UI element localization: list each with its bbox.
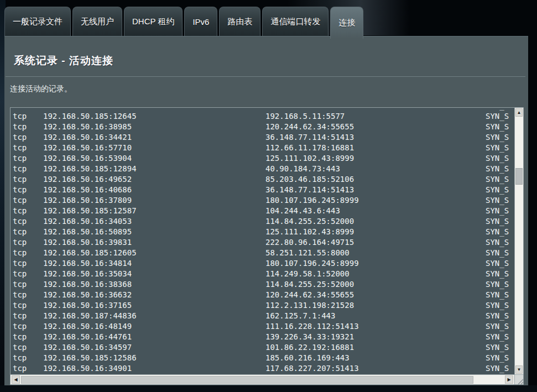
state-cell: SYN_S (486, 300, 510, 311)
connection-row: tcp 192.168.50.16:36632 120.244.62.34:55… (13, 290, 514, 300)
state-cell: SYN_S (486, 290, 510, 300)
connection-row: tcp 192.168.50.16:44761 139.226.34.33:19… (13, 332, 514, 342)
tab-label: 通信端口转发 (270, 17, 320, 27)
connections-log-box[interactable]: SYN_S tcp 192.168.50.185:12645 192.168.5… (10, 107, 524, 385)
tab-6[interactable]: 通信端口转发 (262, 7, 329, 36)
local-address-cell: 192.168.50.16:38368 (43, 279, 265, 290)
tab-label: 连接 (338, 18, 355, 28)
remote-address-cell: 162.125.7.1:443 (265, 311, 486, 321)
local-address-cell: 192.168.50.16:34053 (43, 216, 265, 227)
state-cell: SYN_S (486, 132, 510, 143)
page-description: 连接活动的记录。 (10, 84, 72, 94)
state-cell: SYN_S (486, 185, 510, 195)
state-cell: SYN_S (486, 258, 510, 269)
log-rows: SYN_S tcp 192.168.50.185:12645 192.168.5… (11, 108, 514, 374)
arrow-right-icon: ▶ (507, 378, 510, 382)
scroll-left-button[interactable]: ◀ (12, 375, 20, 384)
local-address-cell: 192.168.50.185:12894 (43, 164, 265, 174)
connection-row: tcp 192.168.50.185:12605 58.251.121.55:8… (13, 248, 514, 258)
tab-label: IPv6 (192, 17, 209, 27)
local-address-cell: 192.168.50.16:48149 (43, 321, 265, 332)
tab-bar: 一般记录文件 无线用户 DHCP 租约 IPv6 路由表 通信端口转发 连接 (4, 7, 363, 38)
state-cell: SYN_S (486, 216, 510, 227)
protocol-cell: tcp (13, 353, 43, 363)
state-cell: SYN_S (486, 153, 510, 164)
arrow-left-icon: ◀ (14, 378, 17, 382)
connection-row: tcp 192.168.50.16:37809 180.107.196.245:… (13, 195, 514, 206)
scroll-up-button[interactable]: ▲ (515, 108, 523, 117)
connection-row: tcp 192.168.50.16:38985 120.244.62.34:55… (13, 122, 514, 132)
remote-address-cell: 125.111.102.43:8999 (265, 227, 486, 237)
tab-5[interactable]: 路由表 (219, 7, 260, 36)
title-divider (6, 76, 525, 77)
tab-label: DHCP 租约 (132, 17, 174, 27)
connection-row: tcp 192.168.50.16:35034 114.249.58.1:520… (13, 269, 514, 279)
remote-address-cell: 36.148.77.114:51413 (265, 185, 486, 195)
background-bottom-strip (0, 385, 537, 392)
protocol-cell: tcp (13, 332, 43, 342)
remote-address-cell: 112.66.11.178:16881 (265, 143, 486, 153)
tab-label: 无线用户 (81, 17, 114, 27)
connection-row: tcp 192.168.50.16:34421 36.148.77.114:51… (13, 132, 514, 143)
protocol-cell: tcp (13, 363, 43, 374)
tab-1[interactable]: 一般记录文件 (4, 7, 71, 36)
state-cell: SYN_S (486, 279, 510, 290)
local-address-cell: 192.168.50.185:12605 (43, 248, 265, 258)
remote-address-cell: 58.251.121.55:8000 (265, 248, 486, 258)
protocol-cell: tcp (13, 237, 43, 248)
remote-address-cell: 85.203.46.185:52106 (265, 174, 486, 185)
local-address-cell: 192.168.50.16:34421 (43, 132, 265, 143)
tab-2[interactable]: 无线用户 (72, 7, 122, 36)
vertical-scrollbar[interactable]: ▲ ▼ (514, 108, 523, 374)
vertical-scrollbar-thumb[interactable] (515, 168, 523, 185)
protocol-cell: tcp (13, 164, 43, 174)
connection-row: tcp 192.168.50.16:34814 180.107.196.245:… (13, 258, 514, 269)
local-address-cell: 192.168.50.185:12586 (43, 353, 265, 363)
remote-address-cell: 139.226.34.33:19321 (265, 332, 486, 342)
scroll-down-button[interactable]: ▼ (515, 365, 523, 374)
connection-row: tcp 192.168.50.16:48149 111.16.228.112:5… (13, 321, 514, 332)
protocol-cell: tcp (13, 122, 43, 132)
protocol-cell: tcp (13, 248, 43, 258)
remote-address-cell: 114.84.255.25:52000 (265, 216, 486, 227)
content-panel: 系统记录 - 活动连接 连接活动的记录。 SYN_S tcp 192.168.5… (4, 36, 528, 385)
connection-row: tcp 192.168.50.185:12586 185.60.216.169:… (13, 353, 514, 363)
connection-row: tcp 192.168.50.187:44836 162.125.7.1:443… (13, 311, 514, 321)
local-address-cell: 192.168.50.16:35034 (43, 269, 265, 279)
protocol-cell: tcp (13, 111, 43, 122)
local-address-cell: 192.168.50.16:36632 (43, 290, 265, 300)
remote-address-cell: 120.244.62.34:55655 (265, 290, 486, 300)
local-address-cell: 192.168.50.16:49652 (43, 174, 265, 185)
resize-grip-icon (517, 378, 523, 384)
state-cell: SYN_S (486, 311, 510, 321)
horizontal-scrollbar[interactable]: ◀ ▶ (11, 374, 514, 384)
connection-row: tcp 192.168.50.16:34901 117.68.227.207:5… (13, 363, 514, 374)
remote-address-cell: 114.249.58.1:52000 (265, 269, 486, 279)
remote-address-cell: 36.148.77.114:51413 (265, 132, 486, 143)
protocol-cell: tcp (13, 321, 43, 332)
tab-7[interactable]: 连接 (330, 7, 363, 39)
state-cell: SYN_S (486, 122, 510, 132)
local-address-cell: 192.168.50.185:12587 (43, 206, 265, 216)
remote-address-cell: 104.244.43.6:443 (265, 206, 486, 216)
remote-address-cell: 185.60.216.169:443 (265, 353, 486, 363)
remote-address-cell: 180.107.196.245:8999 (265, 258, 486, 269)
state-cell: SYN_S (486, 174, 510, 185)
protocol-cell: tcp (13, 279, 43, 290)
remote-address-cell: 117.68.227.207:51413 (265, 363, 486, 374)
horizontal-scrollbar-thumb[interactable] (21, 376, 473, 384)
state-cell: SYN_S (486, 363, 510, 374)
protocol-cell: tcp (13, 290, 43, 300)
state-cell: SYN_S (486, 227, 510, 237)
tab-4[interactable]: IPv6 (184, 7, 217, 36)
connection-row: tcp 192.168.50.16:34053 114.84.255.25:52… (13, 216, 514, 227)
scroll-right-button[interactable]: ▶ (505, 375, 513, 384)
protocol-cell: tcp (13, 174, 43, 185)
tab-3[interactable]: DHCP 租约 (124, 7, 183, 36)
protocol-cell: tcp (13, 258, 43, 269)
local-address-cell: 192.168.50.16:37165 (43, 300, 265, 311)
arrow-up-icon: ▲ (517, 111, 522, 115)
protocol-cell: tcp (13, 153, 43, 164)
protocol-cell: tcp (13, 300, 43, 311)
resize-grip[interactable] (514, 374, 523, 384)
